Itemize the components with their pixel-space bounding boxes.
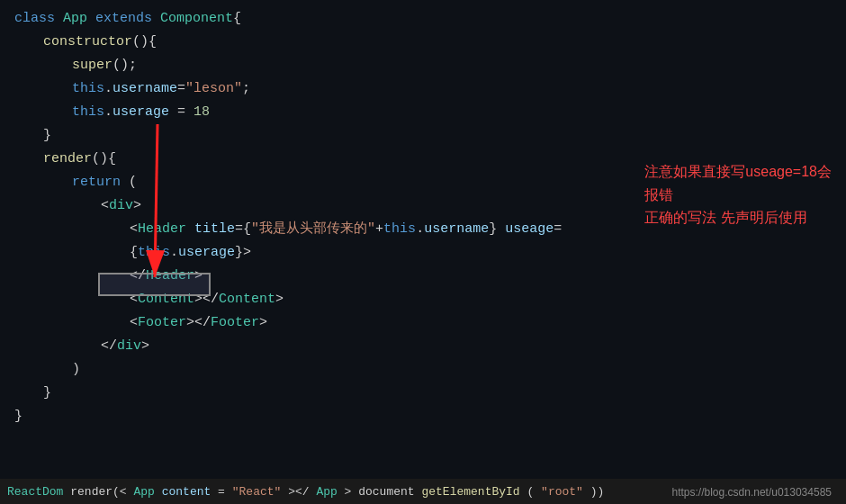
prop-username: username xyxy=(112,78,177,100)
code-line-4: this . username = "leson" ; xyxy=(58,77,846,101)
string-leson: "leson" xyxy=(185,78,242,100)
keyword-class: class xyxy=(14,8,55,30)
str-header-text: "我是从头部传来的" xyxy=(251,219,375,240)
annotation-line3: 正确的写法 先声明后使用 xyxy=(644,206,832,230)
class-name: App xyxy=(63,8,87,30)
code-line-17: } xyxy=(29,382,846,405)
tag-content: Content xyxy=(138,289,194,310)
parent-class: Component xyxy=(160,8,233,30)
code-line-16: ) xyxy=(58,358,846,382)
code-editor: class App extends Component { constructo… xyxy=(0,0,846,504)
this-kw-4: this xyxy=(138,242,170,264)
tag-div-close: div xyxy=(117,336,141,357)
code-line-5: this . userage = 18 xyxy=(58,101,846,124)
tag-div: div xyxy=(109,195,133,217)
bottom-bar: ReactDom render(< App content = "React" … xyxy=(0,479,846,504)
prop-userage-ref: userage xyxy=(178,242,235,264)
keyword-extends: extends xyxy=(95,8,152,30)
tag-header: Header xyxy=(138,219,186,240)
tag-footer-close: Footer xyxy=(211,312,259,334)
this-keyword-2: this xyxy=(72,102,104,123)
this-keyword: this xyxy=(72,78,104,100)
keyword-constructor: constructor xyxy=(43,32,132,53)
annotation-box: 注意如果直接写useage=18会 报错 正确的写法 先声明后使用 xyxy=(644,160,832,230)
code-line-15: </ div > xyxy=(86,335,846,358)
prop-username-ref: username xyxy=(424,219,489,240)
attr-title: title xyxy=(194,219,235,240)
keyword-return: return xyxy=(72,172,121,194)
keyword-render: render xyxy=(43,148,92,170)
code-line-2: constructor (){ xyxy=(29,31,846,54)
tag-content-close: Content xyxy=(219,289,275,310)
annotation-line1: 注意如果直接写useage=18会 xyxy=(644,160,832,184)
code-line-1: class App extends Component { xyxy=(0,7,846,31)
num-18: 18 xyxy=(194,102,210,123)
code-line-11: { this . userage } > xyxy=(115,241,846,265)
code-line-13: < Content ></ Content > xyxy=(115,288,846,311)
prop-userage: userage xyxy=(112,102,169,123)
this-kw-3: this xyxy=(383,219,416,240)
code-line-14: < Footer ></ Footer > xyxy=(115,311,846,335)
code-line-12: </ Header > xyxy=(115,265,846,288)
code-line-18: } xyxy=(0,405,846,428)
bottom-link: https://blog.csdn.net/u013034585 xyxy=(672,486,832,499)
tag-footer: Footer xyxy=(138,312,186,334)
annotation-line2: 报错 xyxy=(644,184,832,207)
attr-useage: useage xyxy=(505,219,554,240)
bottom-code-text: ReactDom render(< App content = "React" … xyxy=(7,485,604,499)
code-line-6: } xyxy=(29,124,846,148)
code-line-3: super (); xyxy=(58,54,846,77)
tag-header-close: Header xyxy=(146,266,194,287)
keyword-super: super xyxy=(72,55,112,76)
